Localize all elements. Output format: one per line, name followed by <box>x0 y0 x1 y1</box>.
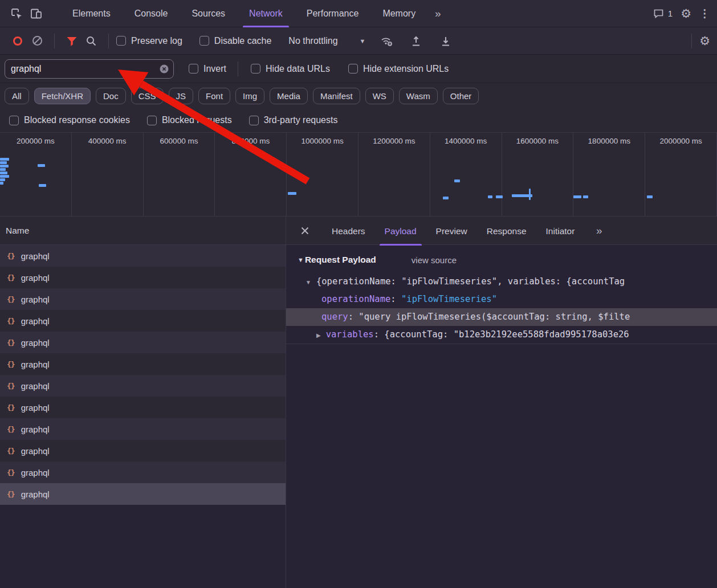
filter-chip-font[interactable]: Font <box>198 88 230 104</box>
request-row[interactable]: {}graphql <box>0 267 286 288</box>
request-row[interactable]: {}graphql <box>0 462 286 483</box>
filter-chip-all[interactable]: All <box>5 88 29 104</box>
request-name: graphql <box>21 338 50 348</box>
checkbox-label: Invert <box>203 64 226 74</box>
main-tab-bar: ElementsConsoleSourcesNetworkPerformance… <box>0 0 717 27</box>
tab-performance[interactable]: Performance <box>295 0 371 27</box>
filter-chip-doc[interactable]: Doc <box>96 88 126 104</box>
divider <box>54 34 55 48</box>
collapsed-arrow-icon[interactable]: ▶ <box>316 326 321 344</box>
request-row[interactable]: {}graphql <box>0 288 286 310</box>
filter-chip-manifest[interactable]: Manifest <box>313 88 360 104</box>
json-braces-icon: {} <box>7 425 15 434</box>
divider <box>238 62 238 76</box>
checkbox-box <box>9 116 19 125</box>
import-har-icon[interactable] <box>406 31 426 51</box>
waterfall-bar <box>0 168 6 171</box>
filter-chip-other[interactable]: Other <box>443 88 479 104</box>
view-source-link[interactable]: view source <box>412 255 457 265</box>
request-row[interactable]: {}graphql <box>0 353 286 375</box>
blocked-requests-checkbox[interactable]: Blocked requests <box>147 115 232 125</box>
request-row[interactable]: {}graphql <box>0 245 286 267</box>
blocked-response-cookies-checkbox[interactable]: Blocked response cookies <box>9 115 130 125</box>
console-messages-badge[interactable]: 1 <box>653 9 673 19</box>
checkbox-label: 3rd-party requests <box>264 115 338 125</box>
filter-chip-img[interactable]: Img <box>235 88 264 104</box>
request-row[interactable]: {}graphql <box>0 440 286 462</box>
request-payload-section-header[interactable]: ▼ Request Payload view source <box>298 255 717 265</box>
filter-chip-js[interactable]: JS <box>169 88 194 104</box>
detail-tab-payload[interactable]: Payload <box>375 217 426 246</box>
clear-filter-icon[interactable] <box>159 64 169 74</box>
checkbox-label: Disable cache <box>214 36 272 46</box>
payload-line[interactable]: query: "query ipFlowTimeseries($accountT… <box>286 308 717 326</box>
more-tabs-icon[interactable]: » <box>427 4 447 23</box>
request-name: graphql <box>21 446 50 456</box>
3rd-party-requests-checkbox[interactable]: 3rd-party requests <box>249 115 338 125</box>
payload-line[interactable]: ▶variables: {accountTag: "b12e3b2192ee55… <box>286 326 717 344</box>
filter-input[interactable] <box>5 59 174 79</box>
disable-cache-checkbox[interactable]: Disable cache <box>199 36 272 46</box>
toolbar-extra-icons <box>377 31 455 51</box>
filter-chip-media[interactable]: Media <box>270 88 308 104</box>
search-icon[interactable] <box>82 31 101 51</box>
payload-segment: : {accountTag: "b12e3b2192ee5588fdad9951… <box>374 329 629 340</box>
hide-extension-urls-checkbox[interactable]: Hide extension URLs <box>348 64 449 74</box>
expanded-arrow-icon[interactable]: ▼ <box>298 256 304 263</box>
device-toolbar-icon[interactable] <box>26 4 46 23</box>
divider <box>691 34 692 48</box>
name-column-header[interactable]: Name <box>0 217 286 245</box>
detail-tab-headers[interactable]: Headers <box>322 217 375 246</box>
kebab-menu-icon[interactable]: ⋮ <box>699 8 710 19</box>
waterfall-bar <box>443 197 449 199</box>
payload-line[interactable]: operationName: "ipFlowTimeseries" <box>286 291 717 308</box>
request-name: graphql <box>21 381 50 391</box>
filter-chip-ws[interactable]: WS <box>365 88 394 104</box>
inspect-element-icon[interactable] <box>7 4 26 23</box>
json-braces-icon: {} <box>7 468 15 477</box>
request-row[interactable]: {}graphql <box>0 332 286 353</box>
settings-gear-icon[interactable]: ⚙ <box>681 7 691 19</box>
request-list-empty-area <box>0 505 286 588</box>
detail-tab-response[interactable]: Response <box>477 217 536 246</box>
tab-elements[interactable]: Elements <box>60 0 123 27</box>
detail-tab-preview[interactable]: Preview <box>426 217 477 246</box>
hide-data-urls-checkbox[interactable]: Hide data URLs <box>251 64 330 74</box>
checkbox-box <box>249 116 259 125</box>
detail-tab-initiator[interactable]: Initiator <box>536 217 585 246</box>
request-row[interactable]: {}graphql <box>0 418 286 440</box>
expanded-arrow-icon[interactable]: ▼ <box>305 273 311 291</box>
payload-segment: "query ipFlowTimeseries($accountTag: str… <box>358 312 630 322</box>
invert-checkbox[interactable]: Invert <box>189 64 226 74</box>
request-row[interactable]: {}graphql <box>0 375 286 397</box>
devtools-window: ElementsConsoleSourcesNetworkPerformance… <box>0 0 717 588</box>
more-detail-tabs-icon[interactable]: » <box>589 221 608 240</box>
network-conditions-icon[interactable] <box>377 31 396 51</box>
request-detail-pane: HeadersPayloadPreviewResponseInitiator »… <box>286 217 717 588</box>
preserve-log-checkbox[interactable]: Preserve log <box>116 36 182 46</box>
export-har-icon[interactable] <box>436 31 455 51</box>
tab-console[interactable]: Console <box>123 0 180 27</box>
json-braces-icon: {} <box>7 252 15 260</box>
record-network-log-icon[interactable] <box>8 31 27 51</box>
tab-network[interactable]: Network <box>237 0 295 27</box>
tab-sources[interactable]: Sources <box>180 0 237 27</box>
tab-memory[interactable]: Memory <box>370 0 427 27</box>
payload-line[interactable]: ▼{operationName: "ipFlowTimeseries", var… <box>286 273 717 291</box>
request-row[interactable]: {}graphql <box>0 483 286 505</box>
request-row[interactable]: {}graphql <box>0 310 286 332</box>
clear-network-log-icon[interactable] <box>27 31 47 51</box>
filter-chip-wasm[interactable]: Wasm <box>399 88 438 104</box>
checkbox-box <box>348 64 358 74</box>
filter-chip-fetch-xhr[interactable]: Fetch/XHR <box>34 88 91 104</box>
request-table-pane: Name {}graphql{}graphql{}graphql{}graphq… <box>0 217 286 588</box>
filter-chip-css[interactable]: CSS <box>131 88 164 104</box>
request-row[interactable]: {}graphql <box>0 397 286 418</box>
chevron-down-icon: ▼ <box>360 38 366 44</box>
json-braces-icon: {} <box>7 382 15 390</box>
network-overview-timeline[interactable]: 200000 ms400000 ms600000 ms800000 ms1000… <box>0 132 717 217</box>
filter-icon[interactable] <box>62 31 82 51</box>
network-settings-gear-icon[interactable]: ⚙ <box>699 35 710 47</box>
close-icon[interactable] <box>295 221 315 240</box>
throttling-select[interactable]: No throttling ▼ <box>288 36 365 46</box>
